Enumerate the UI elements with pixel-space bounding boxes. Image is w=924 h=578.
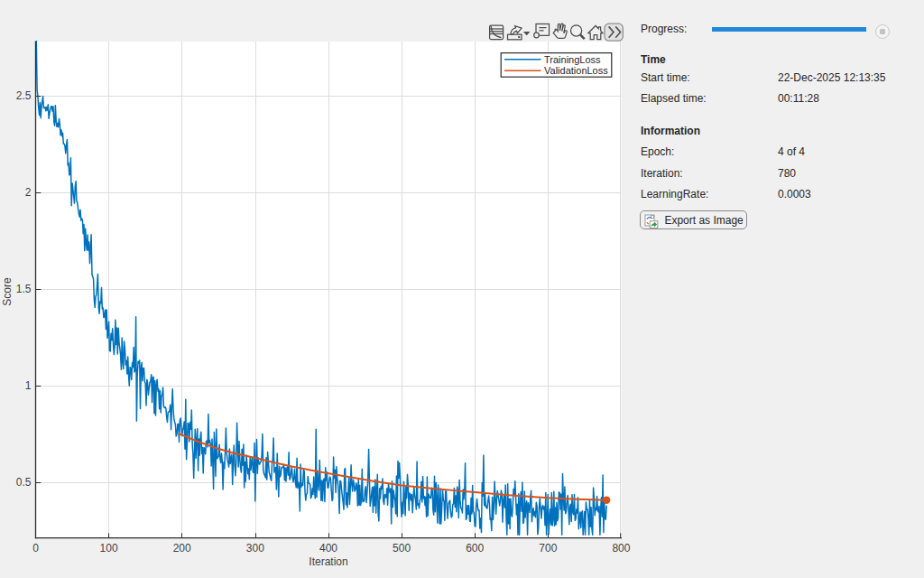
svg-text:0: 0 (32, 542, 39, 555)
svg-text:ValidationLoss: ValidationLoss (544, 65, 608, 76)
svg-text:TrainingLoss: TrainingLoss (544, 54, 601, 65)
svg-text:300: 300 (246, 542, 264, 555)
svg-text:Score: Score (1, 277, 14, 306)
svg-text:2: 2 (25, 186, 32, 199)
svg-text:100: 100 (100, 542, 118, 555)
svg-text:500: 500 (393, 542, 411, 555)
svg-text:600: 600 (466, 542, 484, 555)
svg-text:1.5: 1.5 (16, 283, 32, 295)
svg-text:0.5: 0.5 (16, 476, 32, 489)
svg-text:200: 200 (173, 542, 191, 555)
svg-text:1: 1 (25, 379, 32, 392)
svg-text:700: 700 (539, 542, 557, 555)
svg-text:800: 800 (612, 542, 630, 555)
svg-text:2.5: 2.5 (16, 89, 32, 102)
svg-text:Iteration: Iteration (309, 555, 347, 568)
svg-text:400: 400 (319, 542, 337, 555)
